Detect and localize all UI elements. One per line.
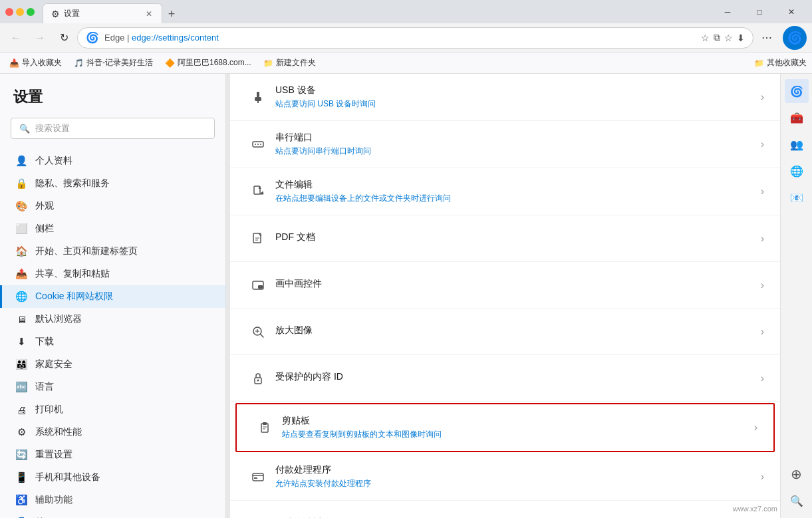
content-area: USB 设备 站点要访问 USB 设备时询问 › 串行端口 站点要访问串行端口时… bbox=[230, 74, 780, 518]
window-minimize-button[interactable] bbox=[16, 8, 24, 16]
window-close-button[interactable] bbox=[5, 8, 13, 16]
more-button[interactable]: ⋯ bbox=[756, 27, 777, 49]
other-bookmarks-label: 其他收藏夹 bbox=[767, 57, 807, 68]
edge-profile-button[interactable]: 🌀 bbox=[783, 26, 807, 50]
fileedit-desc: 在站点想要编辑设备上的文件或文件夹时进行询问 bbox=[275, 193, 761, 204]
sidebar-item-printer[interactable]: 🖨 打印机 bbox=[0, 398, 225, 421]
bookmark-newfolder[interactable]: 📁 新建文件夹 bbox=[259, 56, 320, 70]
browser-icon: 🖥 bbox=[15, 313, 27, 325]
settings-item-usb[interactable]: USB 设备 站点要访问 USB 设备时询问 › bbox=[230, 74, 780, 121]
reset-icon: 🔄 bbox=[15, 449, 27, 461]
sidebar-item-profile[interactable]: 👤 个人资料 bbox=[0, 150, 225, 172]
sidebar-item-cookies[interactable]: 🌐 Cookie 和网站权限 bbox=[0, 285, 225, 308]
add-icon: ⊕ bbox=[791, 466, 802, 482]
settings-item-pdf[interactable]: PDF 文档 › bbox=[230, 215, 780, 262]
sidebar-item-language[interactable]: 🔤 语言 bbox=[0, 376, 225, 398]
sidebar-item-download[interactable]: ⬇ 下载 bbox=[0, 330, 225, 353]
zoom-icon bbox=[251, 325, 265, 338]
other-bookmarks[interactable]: 📁 其他收藏夹 bbox=[754, 57, 807, 68]
sidebar-item-appearance[interactable]: 🎨 外观 bbox=[0, 195, 225, 217]
sidebar-item-appearance-label: 外观 bbox=[35, 200, 54, 212]
settings-item-serial[interactable]: 串行端口 站点要访问串行端口时询问 › bbox=[230, 121, 780, 168]
bookmark-import[interactable]: 📥 导入收藏夹 bbox=[5, 56, 66, 70]
settings-item-fileedit[interactable]: 文件编辑 在站点想要编辑设备上的文件或文件夹时进行询问 › bbox=[230, 168, 780, 215]
settings-item-drm[interactable]: 受保护的内容 ID › bbox=[230, 355, 780, 402]
payment-content: 付款处理程序 允许站点安装付款处理程序 bbox=[275, 464, 761, 489]
sidebar-item-system[interactable]: ⚙ 系统和性能 bbox=[0, 421, 225, 444]
sidebar-item-family-label: 家庭安全 bbox=[35, 358, 72, 370]
sidebar-item-accessibility[interactable]: ♿ 辅助功能 bbox=[0, 489, 225, 511]
back-button[interactable]: ← bbox=[5, 27, 27, 49]
sidebar-item-reset[interactable]: 🔄 重置设置 bbox=[0, 444, 225, 466]
settings-item-pip[interactable]: 画中画控件 › bbox=[230, 262, 780, 309]
usb-icon-area bbox=[246, 90, 270, 104]
right-panel-tools-button[interactable]: 🧰 bbox=[785, 106, 809, 130]
fav-icon[interactable]: ☆ bbox=[724, 33, 733, 43]
svg-rect-0 bbox=[257, 92, 259, 97]
settings-item-zoom[interactable]: 放大图像 › bbox=[230, 309, 780, 355]
sidebar-item-printer-label: 打印机 bbox=[35, 404, 63, 416]
watermark: www.xz7.com bbox=[733, 505, 777, 513]
sidebar-icon: ⬜ bbox=[15, 223, 27, 235]
family-icon: 👨‍👩‍👧 bbox=[15, 358, 27, 370]
navigation-bar: ← → ↻ 🌀 Edge | edge://settings/content ☆… bbox=[0, 23, 812, 53]
sidebar-item-share[interactable]: 📤 共享、复制和粘贴 bbox=[0, 263, 225, 285]
pdf-title: PDF 文档 bbox=[275, 231, 761, 243]
settings-item-payment[interactable]: 付款处理程序 允许站点安装付款处理程序 › bbox=[230, 453, 780, 501]
sidebar-item-mobile[interactable]: 📱 手机和其他设备 bbox=[0, 466, 225, 489]
language-icon: 🔤 bbox=[15, 381, 27, 393]
right-panel-add-button[interactable]: ⊕ bbox=[785, 462, 809, 486]
download-icon[interactable]: ⬇ bbox=[737, 33, 745, 43]
bookmark-newfolder-label: 新建文件夹 bbox=[276, 57, 316, 68]
sidebar-item-privacy[interactable]: 🔒 隐私、搜索和服务 bbox=[0, 172, 225, 195]
address-bar-actions: ☆ ⧉ ☆ ⬇ bbox=[701, 32, 745, 43]
sidebar-item-privacy-label: 隐私、搜索和服务 bbox=[35, 178, 110, 190]
right-panel-bottom: ⊕ 🔍 bbox=[785, 462, 809, 513]
close-button[interactable]: ✕ bbox=[776, 0, 807, 23]
settings-title: 设置 bbox=[0, 87, 225, 118]
drm-chevron: › bbox=[761, 372, 764, 384]
refresh-button[interactable]: ↻ bbox=[53, 27, 74, 49]
bookmark-tiktok[interactable]: 🎵 抖音-记录美好生活 bbox=[70, 56, 157, 70]
right-panel-users-button[interactable]: 👥 bbox=[785, 132, 809, 156]
settings-item-autoplay[interactable]: 媒体自动播放 › bbox=[230, 501, 780, 518]
payment-icon-area bbox=[246, 470, 270, 483]
svg-point-5 bbox=[257, 144, 259, 145]
bookmark-alibaba-label: 阿里巴巴1688.com... bbox=[178, 57, 251, 68]
right-panel: 🌀 🧰 👥 🌐 📧 ⊕ 🔍 bbox=[780, 74, 812, 518]
drm-icon-area bbox=[246, 372, 270, 385]
star-icon[interactable]: ☆ bbox=[701, 33, 710, 43]
bookmark-alibaba[interactable]: 🔶 阿里巴巴1688.com... bbox=[161, 56, 255, 70]
clipboard-desc: 站点要查看复制到剪贴板的文本和图像时询问 bbox=[282, 429, 754, 440]
sidebar-item-sidebar[interactable]: ⬜ 侧栏 bbox=[0, 217, 225, 240]
serial-desc: 站点要访问串行端口时询问 bbox=[275, 146, 761, 157]
sidebar-item-family[interactable]: 👨‍👩‍👧 家庭安全 bbox=[0, 353, 225, 376]
right-panel-search-button[interactable]: 🔍 bbox=[785, 489, 809, 513]
right-panel-copilot-button[interactable]: 🌀 bbox=[785, 79, 809, 103]
search-box[interactable]: 🔍 搜索设置 bbox=[11, 118, 215, 139]
right-panel-outlook-button[interactable]: 📧 bbox=[785, 186, 809, 209]
clipboard-icon-area bbox=[253, 421, 277, 434]
maximize-button[interactable]: □ bbox=[744, 0, 775, 23]
zoom-title: 放大图像 bbox=[275, 324, 761, 336]
new-tab-button[interactable]: + bbox=[162, 5, 181, 23]
address-bar[interactable]: 🌀 Edge | edge://settings/content ☆ ⧉ ☆ ⬇ bbox=[77, 27, 753, 49]
right-panel-collections-button[interactable]: 🌐 bbox=[785, 159, 809, 183]
split-view-icon[interactable]: ⧉ bbox=[714, 32, 720, 43]
sidebar-item-about[interactable]: 🔵 关于 Microsoft Edge bbox=[0, 511, 225, 518]
minimize-button[interactable]: ─ bbox=[712, 0, 743, 23]
edge-logo-icon: 🌀 bbox=[86, 31, 99, 44]
window-maximize-button[interactable] bbox=[27, 8, 35, 16]
pip-title: 画中画控件 bbox=[275, 278, 761, 290]
settings-item-clipboard[interactable]: 剪贴板 站点要查看复制到剪贴板的文本和图像时询问 › bbox=[235, 403, 775, 452]
forward-button[interactable]: → bbox=[29, 27, 51, 49]
sidebar-item-startup[interactable]: 🏠 开始、主页和新建标签页 bbox=[0, 240, 225, 263]
tab-bar: ⚙ 设置 ✕ + bbox=[43, 0, 707, 23]
sidebar-item-browser[interactable]: 🖥 默认浏览器 bbox=[0, 308, 225, 330]
alibaba-icon: 🔶 bbox=[165, 59, 175, 68]
payment-chevron: › bbox=[761, 471, 764, 483]
tab-close-button[interactable]: ✕ bbox=[144, 8, 154, 20]
active-tab[interactable]: ⚙ 设置 ✕ bbox=[43, 3, 162, 23]
fileedit-content: 文件编辑 在站点想要编辑设备上的文件或文件夹时进行询问 bbox=[275, 179, 761, 204]
tiktok-icon: 🎵 bbox=[74, 59, 84, 68]
